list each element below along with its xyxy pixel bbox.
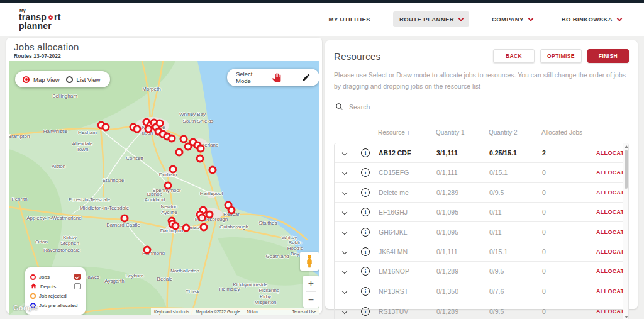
job-marker[interactable]	[200, 223, 208, 232]
job-marker[interactable]	[198, 214, 206, 222]
nav-item-route-planner[interactable]: ROUTE PLANNER	[393, 11, 469, 27]
job-marker[interactable]	[197, 145, 205, 153]
job-marker[interactable]	[169, 165, 177, 174]
nav-item-bo-binkowska[interactable]: BO BINKOWSKA	[555, 11, 628, 27]
job-marker[interactable]	[133, 125, 142, 133]
info-icon[interactable]	[361, 188, 370, 197]
quantity1-value: 0/1,350	[436, 288, 489, 295]
hand-select-icon[interactable]	[272, 73, 281, 82]
column-quantity2[interactable]: Quantity 2	[489, 129, 541, 136]
allocated-jobs-value: 0	[542, 248, 596, 255]
scroll-up-arrow[interactable]	[625, 145, 628, 148]
search-input[interactable]	[349, 103, 628, 111]
terms-of-use-link[interactable]: Terms of Use	[289, 308, 319, 315]
optimise-button[interactable]: OPTIMISE	[540, 49, 582, 63]
info-icon[interactable]	[361, 168, 370, 177]
job-marker[interactable]	[196, 155, 204, 163]
column-resource[interactable]: Resource↑	[378, 129, 436, 136]
info-icon[interactable]	[361, 307, 370, 316]
legend-circle-icon	[30, 274, 36, 280]
table-scrollbar[interactable]	[623, 143, 628, 319]
search-icon	[335, 103, 343, 111]
resources-table-body: AB12 CDE3/1,1110.25/15.12ALLOCATE⋮CD15EF…	[334, 143, 629, 319]
chevron-down-icon[interactable]	[342, 150, 347, 155]
legend-checkbox-jobs[interactable]	[74, 274, 80, 280]
chevron-down-icon[interactable]	[342, 189, 347, 194]
google-logo: Google	[13, 304, 38, 311]
info-icon[interactable]	[361, 208, 370, 216]
job-marker[interactable]	[228, 206, 236, 215]
allocated-jobs-value: 0	[542, 308, 596, 315]
column-allocated-jobs[interactable]: Allocated Jobs	[541, 129, 596, 136]
chevron-down-icon[interactable]	[342, 288, 347, 293]
map-place-label: Pickering	[259, 288, 280, 293]
nav-item-company[interactable]: COMPANY	[486, 11, 539, 27]
finish-button[interactable]: FINISH	[587, 49, 629, 63]
chevron-down-icon[interactable]	[342, 249, 347, 254]
quantity1-value: 0/1,289	[436, 189, 489, 196]
map-place-label: Penrith	[11, 196, 27, 202]
job-marker[interactable]	[168, 135, 176, 143]
legend-circle-icon	[30, 293, 36, 299]
chevron-down-icon[interactable]	[342, 170, 347, 175]
info-icon[interactable]	[361, 287, 370, 296]
gear-icon	[47, 14, 54, 21]
quantity1-value: 0/1,095	[436, 208, 489, 216]
map-place-label: Bedale	[157, 276, 173, 282]
list-view-radio[interactable]	[66, 76, 73, 83]
job-marker[interactable]	[143, 246, 152, 254]
pegman-control[interactable]	[300, 252, 319, 271]
chevron-down-icon[interactable]	[342, 210, 347, 215]
legend-checkbox-depots[interactable]	[74, 283, 80, 289]
quantity2-value: 0/9.5	[489, 189, 542, 196]
job-marker[interactable]	[156, 120, 164, 128]
resource-name: JK64LMN	[379, 248, 436, 255]
allocated-jobs-value: 0	[542, 208, 596, 216]
map-view-radio[interactable]	[23, 76, 30, 83]
quantity1-value: 0/1,111	[436, 169, 489, 176]
map-place-label: Hartlepool	[200, 191, 223, 196]
info-icon[interactable]	[361, 148, 370, 157]
column-quantity1[interactable]: Quantity 1	[436, 129, 489, 136]
resource-name: EF16GHJ	[379, 208, 436, 216]
map-place-label: Kirby Misperton	[254, 294, 276, 305]
chevron-down-icon[interactable]	[342, 229, 347, 234]
job-marker[interactable]	[209, 166, 217, 174]
scroll-down-arrow[interactable]	[625, 316, 628, 318]
chevron-down-icon	[458, 16, 464, 21]
nav-item-label: ROUTE PLANNER	[399, 16, 454, 23]
zoom-out-button[interactable]: −	[303, 292, 319, 308]
app-logo[interactable]: My transprt planner	[19, 8, 61, 30]
job-marker[interactable]	[175, 148, 184, 157]
allocated-jobs-value: 2	[542, 149, 596, 157]
job-marker[interactable]	[164, 182, 172, 190]
info-icon[interactable]	[361, 228, 370, 237]
quantity2-value: 0/15.1	[489, 169, 542, 176]
zoom-in-button[interactable]: +	[303, 276, 319, 291]
map-place-label: Consett	[126, 155, 143, 161]
job-marker[interactable]	[206, 211, 214, 219]
map-place-label: Haltwhistle	[43, 128, 68, 134]
main-nav: MY UTILITIESROUTE PLANNERCOMPANYBO BINKO…	[323, 11, 628, 27]
table-row: LM16NOP0/1,2890/9.50ALLOCATE	[335, 262, 623, 281]
map-place-label: Whitley Bay	[179, 111, 206, 117]
map-canvas[interactable]: BellinghamMorpethBramptonHaltwhistleHexh…	[9, 61, 319, 315]
quantity2-value: 0/9.5	[489, 267, 542, 275]
job-marker[interactable]	[182, 224, 191, 232]
info-icon[interactable]	[361, 267, 370, 276]
job-marker[interactable]	[102, 123, 110, 132]
job-marker[interactable]	[172, 222, 180, 230]
quantity2-value: 0/9.5	[489, 308, 542, 315]
allocated-jobs-value: 0	[542, 189, 596, 196]
chevron-down-icon[interactable]	[342, 269, 347, 274]
resource-name: RS13TUV	[379, 308, 436, 315]
info-icon[interactable]	[361, 247, 370, 256]
job-marker[interactable]	[180, 135, 188, 143]
keyboard-shortcuts-link[interactable]: Keyboard shortcuts	[151, 308, 192, 315]
job-marker[interactable]	[121, 215, 129, 223]
scrollbar-thumb[interactable]	[625, 150, 628, 189]
chevron-down-icon[interactable]	[342, 308, 347, 313]
back-button[interactable]: BACK	[493, 49, 535, 63]
draw-pencil-icon[interactable]	[302, 73, 311, 82]
nav-item-my-utilities[interactable]: MY UTILITIES	[323, 11, 377, 27]
